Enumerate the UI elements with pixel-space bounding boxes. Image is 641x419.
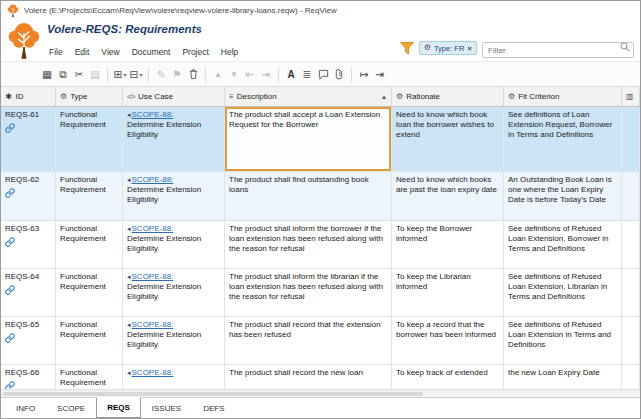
edit-table-button[interactable]: ▦: [39, 65, 55, 84]
cell-use-case[interactable]: ◂SCOPE-88: Determine Extension Eligibili…: [123, 269, 225, 316]
cell-rationale[interactable]: Need to know which books are past the lo…: [392, 172, 504, 220]
cell-type[interactable]: Functional Requirement: [56, 221, 123, 268]
cell-description-selected[interactable]: The product shall accept a Loan Extensio…: [225, 107, 392, 171]
tab-scope[interactable]: SCOPE: [46, 398, 96, 418]
remove-row-button[interactable]: ⊟▾: [128, 65, 144, 84]
move-up-button[interactable]: ▲: [210, 65, 226, 84]
tab-reqs[interactable]: REQS: [96, 397, 141, 418]
cell-fit-criterion[interactable]: See definitions of Loan Extension Reques…: [504, 107, 622, 171]
tab-issues[interactable]: ISSUES: [141, 398, 192, 418]
table-row: REQS-65 Functional Requirement ◂SCOPE-88…: [1, 317, 640, 365]
filter-chip-type-fr[interactable]: Type: FR ×: [419, 41, 477, 55]
link-icon[interactable]: [5, 188, 51, 201]
attachment-button[interactable]: [331, 65, 347, 84]
column-header-rationale[interactable]: Rationale: [392, 87, 504, 106]
cell-rationale[interactable]: To keep the Borrower informed: [392, 221, 504, 268]
cell-fit-criterion[interactable]: the new Loan Expiry Date: [504, 365, 622, 389]
paste-button[interactable]: ▤: [87, 65, 103, 84]
window-title: Volere (E:\Projects\Eccam\ReqView\volere…: [24, 6, 337, 15]
links-in-button[interactable]: ↦: [356, 65, 372, 84]
code-icon: [127, 93, 135, 101]
format-text-button[interactable]: A: [283, 65, 299, 84]
link-icon[interactable]: [5, 285, 51, 298]
use-case-link[interactable]: SCOPE-88:: [132, 110, 174, 119]
edit-button[interactable]: ✎: [153, 65, 169, 84]
uplink-icon: ◂: [127, 273, 131, 280]
column-picker-button[interactable]: [622, 87, 640, 106]
chip-close-icon[interactable]: ×: [467, 44, 472, 53]
columns-icon: [626, 93, 634, 101]
cell-fit-criterion[interactable]: See definitions of Refused Loan Extensio…: [504, 221, 622, 268]
cell-description[interactable]: The product shall record that the extens…: [225, 317, 392, 364]
cell-type[interactable]: Functional Requirement: [56, 365, 123, 389]
outdent-button[interactable]: ⇤: [242, 65, 258, 84]
cell-id[interactable]: REQS-66: [1, 365, 56, 389]
cell-id[interactable]: REQS-63: [1, 221, 56, 268]
filter-chip-label: Type: FR: [434, 44, 464, 53]
cell-rationale[interactable]: To keep a record that the borrower has b…: [392, 317, 504, 364]
column-header-description[interactable]: Description: [225, 87, 392, 106]
link-icon[interactable]: [5, 123, 51, 136]
cut-button[interactable]: ✂: [71, 65, 87, 84]
use-case-link[interactable]: SCOPE-88:: [132, 368, 174, 377]
delete-button[interactable]: [185, 65, 201, 84]
menu-help[interactable]: Help: [215, 45, 244, 59]
menu-view[interactable]: View: [95, 45, 125, 59]
cell-use-case[interactable]: ◂SCOPE-88:: [123, 365, 225, 389]
tab-info[interactable]: INFO: [5, 398, 46, 418]
app-icon: [7, 4, 19, 17]
column-header-type[interactable]: Type: [56, 87, 123, 106]
cell-extra: [622, 317, 640, 364]
cell-type[interactable]: Functional Requirement: [56, 107, 123, 171]
align-button[interactable]: ≣: [299, 65, 315, 84]
use-case-link[interactable]: SCOPE-88:: [132, 175, 174, 184]
cell-rationale[interactable]: To keep the Librarian informed: [392, 269, 504, 316]
cell-type[interactable]: Functional Requirement: [56, 172, 123, 220]
cell-description[interactable]: The product shall inform the borrower if…: [225, 221, 392, 268]
cell-description[interactable]: The product shall inform the librarian i…: [225, 269, 392, 316]
cell-fit-criterion[interactable]: See definitions of Refused Loan Extensio…: [504, 269, 622, 316]
indent-button[interactable]: ⇥: [258, 65, 274, 84]
use-case-link[interactable]: SCOPE-88:: [132, 320, 174, 329]
cell-use-case[interactable]: ◂SCOPE-88: Determine Extension Eligibili…: [123, 172, 225, 220]
cell-id[interactable]: REQS-65: [1, 317, 56, 364]
cell-fit-criterion[interactable]: See definitions of Refused Loan Extensio…: [504, 317, 622, 364]
copy-button[interactable]: ⧉: [55, 65, 71, 84]
scrollbar-thumb[interactable]: [3, 392, 423, 396]
cell-description[interactable]: The product shall record the new loan: [225, 365, 392, 389]
paperclip-icon: [334, 68, 344, 80]
link-icon[interactable]: [5, 237, 51, 250]
cell-type[interactable]: Functional Requirement: [56, 269, 123, 316]
menu-project[interactable]: Project: [176, 45, 214, 59]
cell-use-case[interactable]: ◂SCOPE-88: Determine Extension Eligibili…: [123, 107, 225, 171]
cell-id[interactable]: REQS-61: [1, 107, 56, 171]
link-icon[interactable]: [5, 333, 51, 346]
cell-use-case[interactable]: ◂SCOPE-88: Determine Extension Eligibili…: [123, 317, 225, 364]
cell-fit-criterion[interactable]: An Outstanding Book Loan is one where th…: [504, 172, 622, 220]
funnel-icon[interactable]: [400, 42, 414, 55]
comment-button[interactable]: [315, 65, 331, 84]
filter-input[interactable]: [482, 42, 634, 58]
cell-rationale[interactable]: To keep track of extended: [392, 365, 504, 389]
cell-rationale[interactable]: Need to know which book loan the borrowe…: [392, 107, 504, 171]
menu-document[interactable]: Document: [126, 45, 177, 59]
cell-id[interactable]: REQS-64: [1, 269, 56, 316]
link-icon[interactable]: [5, 381, 51, 389]
cell-description[interactable]: The product shall find outstanding book …: [225, 172, 392, 220]
cell-use-case[interactable]: ◂SCOPE-88: Determine Extension Eligibili…: [123, 221, 225, 268]
use-case-link[interactable]: SCOPE-88:: [132, 272, 174, 281]
menu-edit[interactable]: Edit: [69, 45, 96, 59]
column-header-use-case[interactable]: Use Case: [123, 87, 225, 106]
insert-row-button[interactable]: ⊞▾: [112, 65, 128, 84]
use-case-link[interactable]: SCOPE-88:: [132, 224, 174, 233]
cell-id[interactable]: REQS-62: [1, 172, 56, 220]
move-down-button[interactable]: ▼: [226, 65, 242, 84]
horizontal-scrollbar[interactable]: [1, 390, 640, 397]
links-out-button[interactable]: ⇥: [372, 65, 388, 84]
column-header-id[interactable]: ID: [1, 87, 56, 106]
column-header-fit-criterion[interactable]: Fit Criterion: [504, 87, 622, 106]
tab-defs[interactable]: DEFS: [192, 398, 235, 418]
menu-file[interactable]: File: [43, 45, 69, 59]
cell-type[interactable]: Functional Requirement: [56, 317, 123, 364]
flag-button[interactable]: ⚑: [169, 65, 185, 84]
